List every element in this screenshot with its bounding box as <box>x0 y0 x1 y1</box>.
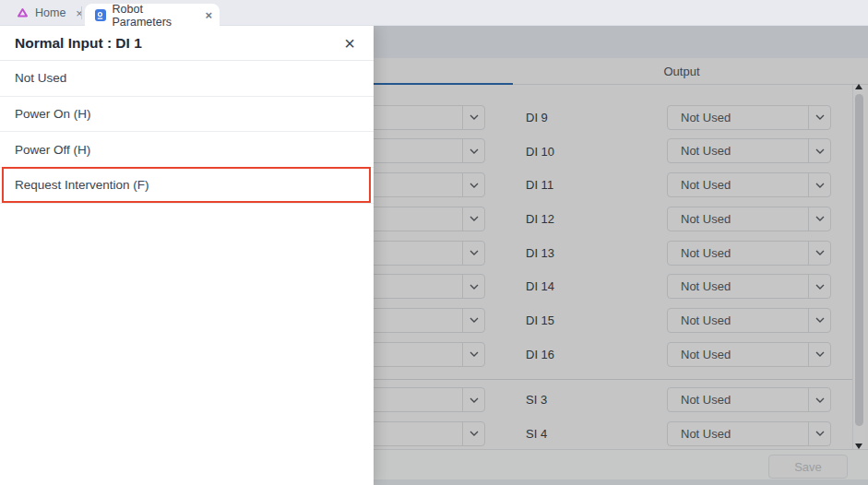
tab-robot-parameters-label: Robot Parameters <box>113 3 196 29</box>
modal-title: Normal Input : DI 1 <box>15 35 142 52</box>
close-icon[interactable]: × <box>205 9 212 21</box>
home-app-icon <box>17 7 29 18</box>
modal-option-label: Power On (H) <box>15 107 91 121</box>
app-content: Input Output Not Used DI 9 <box>0 26 868 485</box>
tab-separator <box>81 6 82 19</box>
modal-option[interactable]: Power Off (H) <box>0 132 374 168</box>
modal-option-label: Request Intervention (F) <box>15 178 149 192</box>
modal-option[interactable]: Request Intervention (F) <box>0 168 374 204</box>
browser-tab-bar: Home × Robot Parameters × <box>0 0 868 26</box>
tab-home-label: Home <box>35 6 65 19</box>
close-icon[interactable]: × <box>337 30 363 56</box>
modal-option-list: Not Used Power On (H) Power Off (H) Requ… <box>0 61 374 204</box>
modal-option-label: Not Used <box>15 71 66 85</box>
modal-option-label: Power Off (H) <box>15 143 90 157</box>
modal-header: Normal Input : DI 1 × <box>0 26 374 61</box>
screen: Home × Robot Parameters × Input Output <box>0 0 868 485</box>
normal-input-modal: Normal Input : DI 1 × Not Used Power On … <box>0 26 374 485</box>
tab-robot-parameters[interactable]: Robot Parameters × <box>85 4 220 27</box>
modal-option[interactable]: Power On (H) <box>0 97 374 133</box>
modal-option[interactable]: Not Used <box>0 61 374 97</box>
tab-home[interactable]: Home × <box>6 0 89 26</box>
robot-parameters-app-icon <box>95 9 106 21</box>
